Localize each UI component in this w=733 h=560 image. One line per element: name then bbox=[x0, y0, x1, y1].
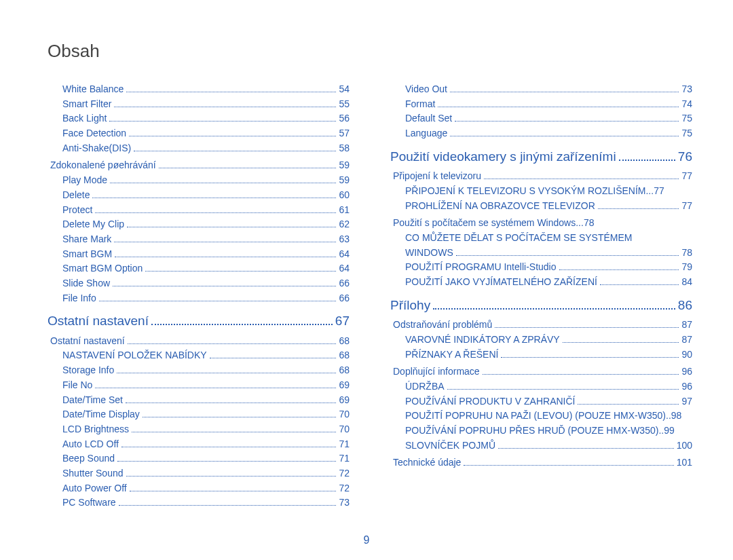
toc-entry[interactable]: Share Mark63 bbox=[48, 232, 350, 247]
toc-entry[interactable]: Date/Time Set69 bbox=[48, 393, 350, 408]
toc-label: NASTAVENÍ POLOŽEK NABÍDKY bbox=[62, 348, 207, 363]
toc-label: Face Detection bbox=[62, 126, 126, 141]
ellipsis: ... bbox=[645, 184, 654, 199]
toc-entry[interactable]: POUŽITÍ PROGRAMU Intelli-Studio79 bbox=[390, 260, 692, 275]
toc-entry[interactable]: Doplňující informace96 bbox=[390, 365, 692, 379]
toc-page-number: 69 bbox=[339, 378, 350, 393]
toc-entry[interactable]: Odstraňování problémů87 bbox=[390, 318, 692, 333]
toc-entry[interactable]: Format74 bbox=[390, 97, 692, 112]
toc-label: Language bbox=[405, 126, 447, 141]
toc-leader-dots bbox=[145, 271, 336, 272]
toc-entry[interactable]: ÚDRŽBA96 bbox=[390, 379, 692, 394]
toc-entry[interactable]: File No69 bbox=[48, 378, 350, 393]
toc-label: Storage Info bbox=[62, 363, 114, 378]
toc-entry[interactable]: Auto Power Off72 bbox=[48, 481, 350, 496]
toc-label: Zdokonalené pøehrávání bbox=[50, 158, 156, 173]
toc-entry[interactable]: Language75 bbox=[390, 126, 692, 141]
toc-entry[interactable]: PROHLÍŽENÍ NA OBRAZOVCE TELEVIZOR77 bbox=[390, 199, 692, 214]
toc-entry[interactable]: WINDOWS78 bbox=[390, 246, 692, 261]
toc-label: POUŽITÍ PROGRAMU Intelli-Studio bbox=[405, 260, 557, 275]
toc-leader-dots bbox=[464, 465, 673, 466]
toc-entry[interactable]: Slide Show66 bbox=[48, 276, 350, 291]
toc-entry[interactable]: NASTAVENÍ POLOŽEK NABÍDKY68 bbox=[48, 348, 350, 363]
toc-entry[interactable]: Připojení k televizoru77 bbox=[390, 169, 692, 184]
toc-entry[interactable]: Smart Filter55 bbox=[48, 97, 350, 112]
toc-label: PŘÍZNAKY A ŘEŠENÍ bbox=[405, 348, 498, 362]
toc-page-number: 64 bbox=[339, 247, 350, 262]
toc-page-number: 73 bbox=[681, 82, 692, 97]
toc-page-number: 67 bbox=[335, 311, 350, 331]
toc-label: POUŽÍVÁNÍ POPRUHU PŘES HRUĎ (POUZE HMX-W… bbox=[405, 424, 658, 438]
toc-page-number: 74 bbox=[681, 97, 692, 112]
toc-page-number: 77 bbox=[681, 169, 692, 184]
toc-entry[interactable]: Video Out73 bbox=[390, 82, 692, 97]
toc-label: Ostatní nastavení bbox=[50, 334, 125, 349]
toc-entry[interactable]: PŘIPOJENÍ K TELEVIZORU S VYSOKÝM ROZLIŠE… bbox=[390, 184, 692, 199]
toc-entry[interactable]: Protect61 bbox=[48, 203, 350, 218]
toc-page-number: 75 bbox=[681, 126, 692, 141]
toc-leader-dots bbox=[117, 373, 336, 373]
toc-entry[interactable]: Auto LCD Off71 bbox=[48, 437, 350, 452]
toc-page-number: 72 bbox=[339, 466, 350, 481]
toc-leader-dots bbox=[119, 505, 337, 506]
toc-entry[interactable]: Delete My Clip62 bbox=[48, 217, 350, 232]
toc-entry[interactable]: Použití s počítačem se systémem Windows … bbox=[390, 216, 692, 231]
toc-entry[interactable]: Anti-Shake(DIS)58 bbox=[48, 141, 350, 156]
toc-leader-dots bbox=[99, 301, 337, 301]
toc-entry[interactable]: Ostatní nastavení68 bbox=[48, 334, 350, 349]
toc-leader-dots bbox=[134, 151, 336, 151]
toc-label: Použití s počítačem se systémem Windows bbox=[393, 216, 576, 231]
toc-leader-dots bbox=[126, 476, 337, 477]
toc-page-number: 86 bbox=[678, 295, 692, 315]
toc-entry[interactable]: Smart BGM Option64 bbox=[48, 261, 350, 276]
toc-leader-dots bbox=[498, 448, 674, 449]
toc-entry[interactable]: POUŽITÍ JAKO VYJÍMATELNÉHO ZAŘÍZENÍ84 bbox=[390, 275, 692, 290]
toc-label: POUŽÍVÁNÍ PRODUKTU V ZAHRANIČÍ bbox=[405, 394, 575, 409]
toc-label: Doplňující informace bbox=[393, 365, 480, 379]
toc-entry[interactable]: Zdokonalené pøehrávání59 bbox=[48, 158, 350, 173]
toc-entry[interactable]: POUŽÍVÁNÍ PRODUKTU V ZAHRANIČÍ97 bbox=[390, 394, 692, 409]
toc-entry[interactable]: VAROVNÉ INDIKÁTORY A ZPRÁVY87 bbox=[390, 333, 692, 348]
toc-entry[interactable]: Date/Time Display70 bbox=[48, 407, 350, 422]
toc-entry[interactable]: Přílohy86 bbox=[390, 295, 692, 315]
toc-entry[interactable]: Play Mode59 bbox=[48, 173, 350, 188]
toc-leader-dots bbox=[578, 404, 679, 405]
toc-entry[interactable]: Shutter Sound72 bbox=[48, 466, 350, 481]
toc-entry[interactable]: Ostatní nastavení67 bbox=[48, 311, 350, 331]
toc-entry[interactable]: PC Software73 bbox=[48, 496, 350, 510]
toc-entry[interactable]: Face Detection57 bbox=[48, 126, 350, 141]
toc-entry[interactable]: Technické údaje101 bbox=[390, 455, 692, 470]
toc-label: Date/Time Set bbox=[62, 393, 123, 408]
toc-leader-dots bbox=[484, 179, 679, 179]
toc-leader-dots bbox=[456, 255, 679, 256]
toc-label: VAROVNÉ INDIKÁTORY A ZPRÁVY bbox=[405, 333, 560, 348]
toc-entry[interactable]: CO MŮŽETE DĚLAT S POČÍTAČEM SE SYSTÉMEM bbox=[390, 231, 692, 246]
toc-label: CO MŮŽETE DĚLAT S POČÍTAČEM SE SYSTÉMEM bbox=[405, 231, 633, 246]
toc-label: SLOVNÍČEK POJMŮ bbox=[405, 438, 495, 453]
toc-label: Smart Filter bbox=[62, 97, 111, 112]
toc-entry[interactable]: Beep Sound71 bbox=[48, 451, 350, 466]
toc-entry[interactable]: POUŽÍVÁNÍ POPRUHU PŘES HRUĎ (POUZE HMX-W… bbox=[390, 424, 692, 438]
toc-label: Auto LCD Off bbox=[62, 437, 119, 452]
toc-leader-dots bbox=[559, 269, 679, 270]
toc-entry[interactable]: LCD Brightness70 bbox=[48, 422, 350, 437]
toc-page-number: 63 bbox=[339, 232, 350, 247]
toc-entry[interactable]: Delete60 bbox=[48, 188, 350, 203]
toc-entry[interactable]: Použití videokamery s jinými zařízeními7… bbox=[390, 147, 692, 166]
toc-entry[interactable]: Smart BGM64 bbox=[48, 247, 350, 262]
toc-entry[interactable]: POUŽITÍ POPRUHU NA PAŽI (LEVOU) (POUZE H… bbox=[390, 409, 692, 424]
toc-entry[interactable]: PŘÍZNAKY A ŘEŠENÍ90 bbox=[390, 348, 692, 362]
toc-entry[interactable]: Storage Info68 bbox=[48, 363, 350, 378]
toc-label: Back Light bbox=[62, 111, 107, 126]
toc-page-number: 68 bbox=[339, 363, 350, 378]
toc-page-number: 59 bbox=[339, 158, 350, 173]
toc-page-number: 76 bbox=[678, 147, 692, 166]
toc-entry[interactable]: File Info66 bbox=[48, 291, 350, 306]
toc-entry[interactable]: SLOVNÍČEK POJMŮ100 bbox=[390, 438, 692, 453]
toc-entry[interactable]: Back Light56 bbox=[48, 111, 350, 126]
toc-entry[interactable]: White Balance54 bbox=[48, 82, 350, 97]
toc-page-number: 75 bbox=[681, 111, 692, 126]
toc-label: File No bbox=[62, 378, 92, 393]
toc-entry[interactable]: Default Set75 bbox=[390, 111, 692, 126]
toc-leader-dots bbox=[159, 168, 337, 168]
